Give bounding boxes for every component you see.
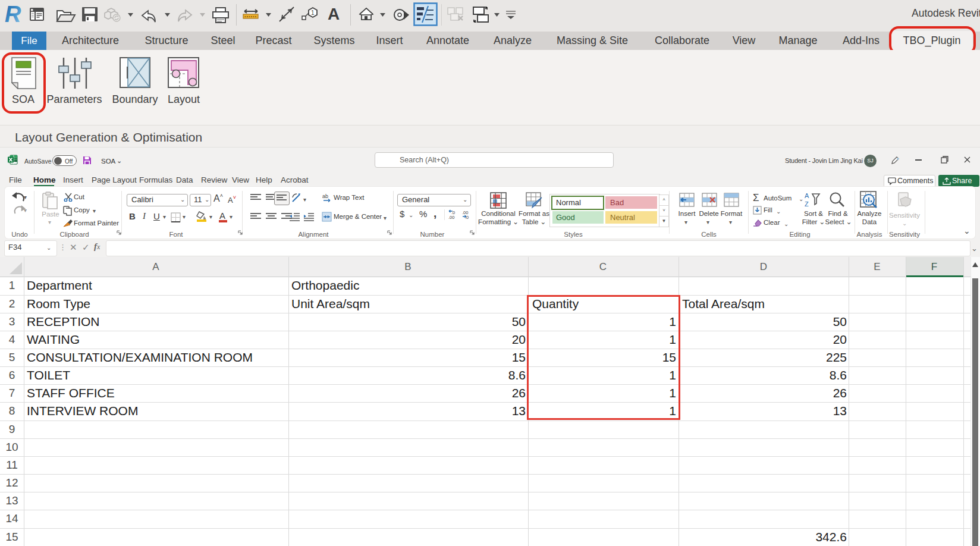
svg-text:ab: ab <box>322 193 328 199</box>
svg-text:Z: Z <box>805 200 809 208</box>
svg-text:A: A <box>805 192 809 199</box>
svg-text:R: R <box>5 2 21 25</box>
svg-text:.00: .00 <box>448 215 454 219</box>
svg-text:1: 1 <box>311 10 315 16</box>
